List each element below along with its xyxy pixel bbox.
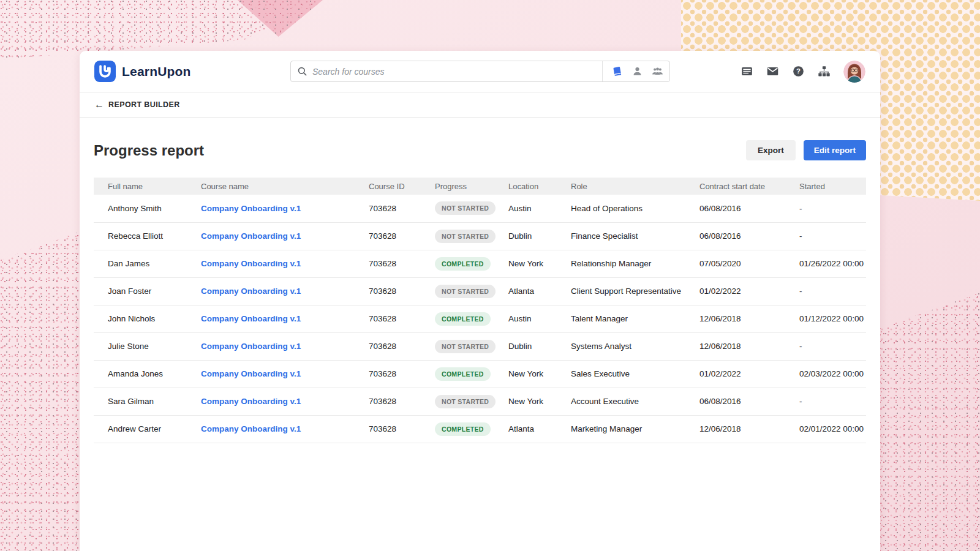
cell-role: Finance Specialist (571, 222, 699, 250)
cell-contract-start: 06/08/2016 (699, 388, 799, 415)
cell-progress: COMPLETED (435, 250, 508, 277)
mail-icon[interactable] (766, 65, 779, 78)
back-arrow-icon[interactable]: ← (94, 100, 104, 110)
progress-report-table: Full name Course name Course ID Progress… (94, 178, 866, 443)
app-window: LearnUpon (80, 51, 880, 551)
cell-course-id: 703628 (369, 250, 435, 277)
course-link[interactable]: Company Onboarding v.1 (201, 397, 301, 406)
cell-location: Atlanta (508, 415, 571, 443)
cell-progress: COMPLETED (435, 415, 508, 443)
cell-course-name: Company Onboarding v.1 (201, 277, 369, 305)
top-navigation-bar: LearnUpon (80, 51, 880, 92)
course-link[interactable]: Company Onboarding v.1 (201, 314, 301, 323)
col-role: Role (571, 178, 699, 195)
cell-contract-start: 12/06/2018 (699, 332, 799, 360)
cell-full-name: Dan James (94, 250, 201, 277)
cell-course-name: Company Onboarding v.1 (201, 195, 369, 222)
col-full-name: Full name (94, 178, 201, 195)
card-icon[interactable] (741, 65, 753, 78)
course-link[interactable]: Company Onboarding v.1 (201, 231, 301, 241)
export-button[interactable]: Export (746, 140, 796, 160)
cell-progress: NOT STARTED (435, 195, 508, 222)
cell-contract-start: 07/05/2020 (699, 250, 799, 277)
cell-role: Relationship Manager (571, 250, 699, 277)
cell-role: Client Support Representative (571, 277, 699, 305)
course-link[interactable]: Company Onboarding v.1 (201, 287, 301, 296)
cell-location: Dublin (508, 332, 571, 360)
cell-started: - (799, 388, 866, 415)
breadcrumb-report-builder[interactable]: REPORT BUILDER (108, 100, 180, 109)
cell-course-name: Company Onboarding v.1 (201, 305, 369, 332)
cell-course-name: Company Onboarding v.1 (201, 388, 369, 415)
cell-contract-start: 12/06/2018 (699, 305, 799, 332)
table-row: Andrew CarterCompany Onboarding v.170362… (94, 415, 866, 443)
cell-course-id: 703628 (369, 222, 435, 250)
cell-contract-start: 01/02/2022 (699, 277, 799, 305)
breadcrumb-bar: ← REPORT BUILDER (80, 92, 880, 118)
cell-progress: NOT STARTED (435, 222, 508, 250)
col-location: Location (508, 178, 571, 195)
edit-report-button[interactable]: Edit report (804, 140, 866, 160)
speckle-pattern-left (0, 231, 81, 551)
cell-started: - (799, 332, 866, 360)
cell-started: 02/03/2022 00:00 (799, 360, 866, 388)
sitemap-icon[interactable] (818, 65, 831, 78)
table-row: Dan JamesCompany Onboarding v.1703628COM… (94, 250, 866, 277)
progress-badge: COMPLETED (435, 367, 491, 381)
avatar[interactable] (843, 61, 865, 83)
search-filter-toggles (602, 61, 663, 81)
page-actions: Export Edit report (746, 140, 866, 160)
help-icon[interactable]: ? (792, 65, 805, 78)
speckle-pattern-right (879, 293, 980, 551)
book-icon[interactable] (611, 66, 623, 77)
course-link[interactable]: Company Onboarding v.1 (201, 259, 301, 268)
table-header: Full name Course name Course ID Progress… (94, 178, 866, 195)
cell-location: Austin (508, 195, 571, 222)
table-row: Amanda JonesCompany Onboarding v.1703628… (94, 360, 866, 388)
cell-location: New York (508, 388, 571, 415)
progress-badge: COMPLETED (435, 312, 491, 326)
cell-course-name: Company Onboarding v.1 (201, 332, 369, 360)
svg-text:?: ? (796, 67, 801, 75)
cell-course-id: 703628 (369, 305, 435, 332)
table-row: John NicholsCompany Onboarding v.1703628… (94, 305, 866, 332)
course-link[interactable]: Company Onboarding v.1 (201, 424, 301, 433)
cell-started: - (799, 195, 866, 222)
cell-course-id: 703628 (369, 415, 435, 443)
user-icon[interactable] (631, 66, 643, 77)
cell-course-id: 703628 (369, 332, 435, 360)
col-contract-start: Contract start date (699, 178, 799, 195)
cell-course-name: Company Onboarding v.1 (201, 360, 369, 388)
cell-started: 01/12/2022 00:00 (799, 305, 866, 332)
cell-location: Austin (508, 305, 571, 332)
cell-course-name: Company Onboarding v.1 (201, 222, 369, 250)
cell-course-id: 703628 (369, 388, 435, 415)
main-content: Progress report Export Edit report Full … (80, 140, 880, 443)
search-input[interactable] (312, 67, 602, 77)
cell-started: - (799, 277, 866, 305)
search-bar (290, 61, 670, 82)
learnupon-logo-icon (94, 61, 116, 82)
course-link[interactable]: Company Onboarding v.1 (201, 369, 301, 378)
col-progress: Progress (435, 178, 508, 195)
cell-contract-start: 06/08/2016 (699, 195, 799, 222)
progress-badge: NOT STARTED (435, 395, 496, 408)
table-row: Joan FosterCompany Onboarding v.1703628N… (94, 277, 866, 305)
page-title: Progress report (94, 142, 204, 159)
cell-course-name: Company Onboarding v.1 (201, 250, 369, 277)
cell-full-name: Anthony Smith (94, 195, 201, 222)
cell-role: Systems Analyst (571, 332, 699, 360)
cell-role: Account Executive (571, 388, 699, 415)
progress-badge: NOT STARTED (435, 201, 496, 215)
learnupon-logo[interactable]: LearnUpon (94, 61, 191, 82)
top-right-icons: ? (741, 61, 865, 83)
group-icon[interactable] (652, 66, 663, 77)
cell-started: 01/26/2022 00:00 (799, 250, 866, 277)
cell-course-id: 703628 (369, 195, 435, 222)
cell-role: Marketing Manager (571, 415, 699, 443)
cell-contract-start: 06/08/2016 (699, 222, 799, 250)
course-link[interactable]: Company Onboarding v.1 (201, 204, 301, 213)
course-link[interactable]: Company Onboarding v.1 (201, 342, 301, 351)
cell-progress: NOT STARTED (435, 388, 508, 415)
cell-started: - (799, 222, 866, 250)
